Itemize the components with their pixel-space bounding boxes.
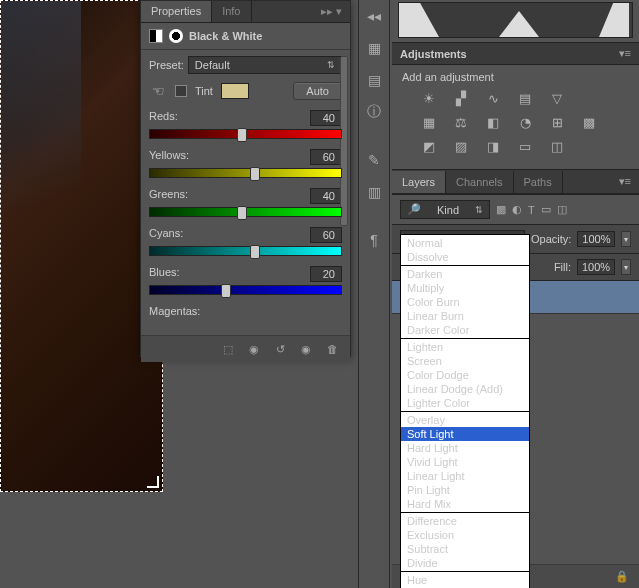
blues-slider[interactable] — [149, 285, 342, 295]
brush-icon[interactable]: ✎ — [362, 148, 386, 172]
blend-option[interactable]: Linear Burn — [401, 309, 529, 323]
reset-icon[interactable]: ↺ — [272, 341, 288, 357]
tab-properties[interactable]: Properties — [141, 1, 212, 22]
scrollbar-thumb[interactable] — [340, 56, 348, 226]
tab-layers[interactable]: Layers — [392, 171, 446, 193]
blend-option[interactable]: Exclusion — [401, 528, 529, 542]
opacity-stepper[interactable]: ▾ — [621, 231, 631, 247]
reds-slider[interactable] — [149, 129, 342, 139]
preset-select[interactable]: Default ⇅ — [188, 56, 342, 74]
blend-option[interactable]: Linear Light — [401, 469, 529, 483]
cube-icon[interactable]: ▦ — [362, 36, 386, 60]
auto-button[interactable]: Auto — [293, 82, 342, 100]
opacity-label: Opacity: — [531, 233, 571, 245]
filter-adjust-icon[interactable]: ◐ — [512, 203, 522, 216]
hue-icon[interactable]: ▦ — [420, 113, 438, 131]
lookup-icon[interactable]: ▩ — [580, 113, 598, 131]
blend-option[interactable]: Multiply — [401, 281, 529, 295]
blend-option[interactable]: Lighten — [401, 340, 529, 354]
gradient-map-icon[interactable]: ▭ — [516, 137, 534, 155]
previous-icon[interactable]: ◉ — [246, 341, 262, 357]
yellows-slider[interactable] — [149, 168, 342, 178]
expand-arrows-icon[interactable]: ◂◂ — [362, 4, 386, 28]
slider-handle[interactable] — [250, 245, 260, 259]
panel-flyout-icon[interactable]: ▸▸ ▾ — [313, 1, 350, 22]
targeted-adjust-icon[interactable]: ☜ — [149, 82, 167, 100]
cyans-slider[interactable] — [149, 246, 342, 256]
blend-option[interactable]: Vivid Light — [401, 455, 529, 469]
slider-handle[interactable] — [221, 284, 231, 298]
blend-option[interactable]: Overlay — [401, 413, 529, 427]
blend-option[interactable]: Divide — [401, 556, 529, 570]
mixer-icon[interactable]: ⊞ — [548, 113, 566, 131]
tab-info[interactable]: Info — [212, 1, 251, 22]
opacity-value[interactable]: 100% — [577, 231, 615, 247]
balance-icon[interactable]: ⚖ — [452, 113, 470, 131]
blend-option[interactable]: Screen — [401, 354, 529, 368]
panel-menu-icon[interactable]: ▾≡ — [619, 47, 631, 60]
blend-option[interactable]: Soft Light — [401, 427, 529, 441]
blend-option[interactable]: Darken — [401, 267, 529, 281]
blend-option[interactable]: Hard Mix — [401, 497, 529, 511]
curves-icon[interactable]: ∿ — [484, 89, 502, 107]
filter-smart-icon[interactable]: ◫ — [557, 203, 567, 216]
blend-option[interactable]: Darker Color — [401, 323, 529, 337]
blend-option[interactable]: Subtract — [401, 542, 529, 556]
info-icon[interactable]: ⓘ — [362, 100, 386, 124]
panel-menu-icon[interactable]: ▾≡ — [611, 170, 639, 193]
swatches-icon[interactable]: ▥ — [362, 180, 386, 204]
filter-shape-icon[interactable]: ▭ — [541, 203, 551, 216]
blend-option[interactable]: Dissolve — [401, 250, 529, 264]
mask-icon — [169, 29, 183, 43]
blend-option[interactable]: Color Burn — [401, 295, 529, 309]
blend-option[interactable]: Color Dodge — [401, 368, 529, 382]
tab-channels[interactable]: Channels — [446, 171, 513, 193]
visibility-icon[interactable]: ◉ — [298, 341, 314, 357]
invert-icon[interactable]: ◩ — [420, 137, 438, 155]
properties-panel: Properties Info ▸▸ ▾ Black & White Prese… — [140, 0, 351, 357]
tint-swatch[interactable] — [221, 83, 249, 99]
selective-icon[interactable]: ◫ — [548, 137, 566, 155]
paragraph-icon[interactable]: ¶ — [362, 228, 386, 252]
slider-handle[interactable] — [237, 128, 247, 142]
vibrance-icon[interactable]: ▽ — [548, 89, 566, 107]
exposure-icon[interactable]: ▤ — [516, 89, 534, 107]
blend-option[interactable]: Difference — [401, 514, 529, 528]
filter-pixel-icon[interactable]: ▩ — [496, 203, 506, 216]
filter-type-icon[interactable]: T — [528, 204, 535, 216]
tab-paths[interactable]: Paths — [514, 171, 563, 193]
blend-option[interactable]: Hue — [401, 573, 529, 587]
blend-option[interactable]: Lighter Color — [401, 396, 529, 410]
history-icon[interactable]: ▤ — [362, 68, 386, 92]
cyans-value[interactable]: 60 — [310, 227, 342, 243]
lock-icon[interactable]: 🔒 — [615, 570, 629, 583]
bw-icon[interactable]: ◧ — [484, 113, 502, 131]
blues-value[interactable]: 20 — [310, 266, 342, 282]
histogram — [398, 2, 633, 38]
yellows-value[interactable]: 60 — [310, 149, 342, 165]
posterize-icon[interactable]: ▨ — [452, 137, 470, 155]
slider-handle[interactable] — [250, 167, 260, 181]
reds-value[interactable]: 40 — [310, 110, 342, 126]
blend-option[interactable]: Hard Light — [401, 441, 529, 455]
trash-icon[interactable]: 🗑 — [324, 341, 340, 357]
levels-icon[interactable]: ▞ — [452, 89, 470, 107]
fill-value[interactable]: 100% — [577, 259, 615, 275]
clip-icon[interactable]: ⬚ — [220, 341, 236, 357]
layers-filter-bar: 🔎Kind⇅ ▩ ◐ T ▭ ◫ — [392, 194, 639, 225]
fill-stepper[interactable]: ▾ — [621, 259, 631, 275]
photo-filter-icon[interactable]: ◔ — [516, 113, 534, 131]
blend-option[interactable]: Linear Dodge (Add) — [401, 382, 529, 396]
tint-checkbox[interactable] — [175, 85, 187, 97]
image-selection[interactable] — [0, 0, 163, 492]
blend-option[interactable]: Normal — [401, 236, 529, 250]
threshold-icon[interactable]: ◨ — [484, 137, 502, 155]
brightness-icon[interactable]: ☀ — [420, 89, 438, 107]
blend-option[interactable]: Pin Light — [401, 483, 529, 497]
blend-mode-dropdown[interactable]: NormalDissolve DarkenMultiplyColor BurnL… — [400, 234, 530, 588]
slider-cyans: Cyans:60 — [149, 227, 342, 256]
greens-slider[interactable] — [149, 207, 342, 217]
greens-value[interactable]: 40 — [310, 188, 342, 204]
slider-handle[interactable] — [237, 206, 247, 220]
filter-kind-select[interactable]: 🔎Kind⇅ — [400, 200, 490, 219]
